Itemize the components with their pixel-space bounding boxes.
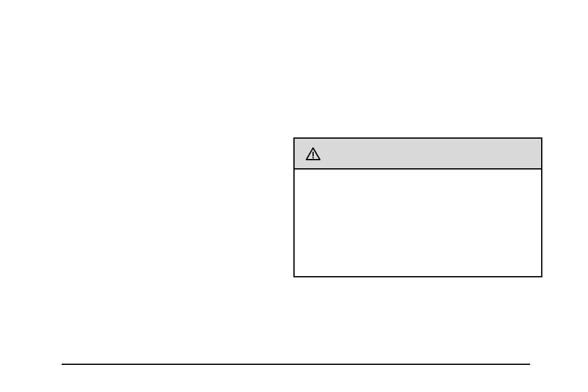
svg-point-1 xyxy=(312,157,314,158)
footer-rule xyxy=(62,364,530,365)
caution-box xyxy=(293,137,542,277)
caution-body-text xyxy=(295,169,541,184)
warning-triangle-icon xyxy=(306,147,321,160)
caution-header xyxy=(295,139,541,169)
